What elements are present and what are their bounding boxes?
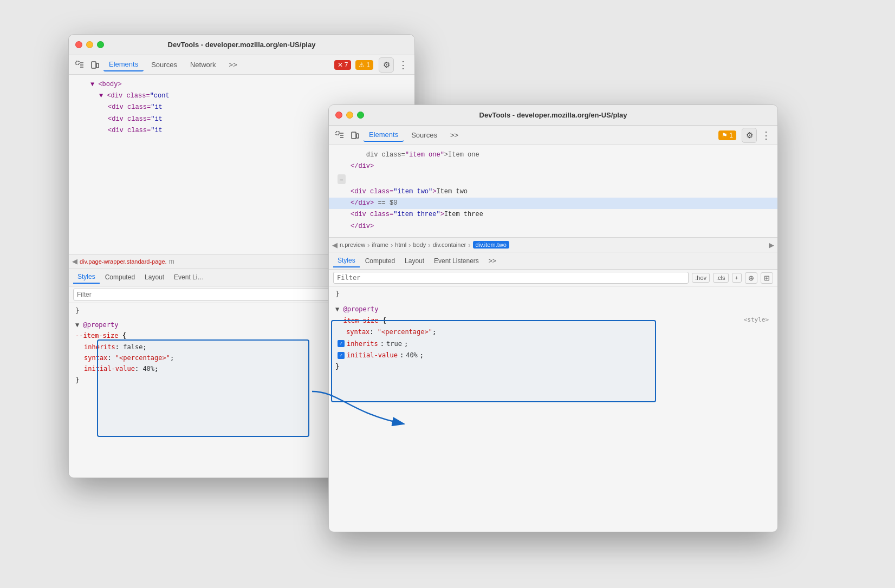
error-icon-back: ✕ [338, 61, 343, 69]
front-filter-row: :hov .cls + ⊕ ⊞ [329, 270, 777, 286]
breadcrumb-page-wrapper[interactable]: div.page-wrapper.standard-page. [80, 258, 167, 265]
inspector-icon[interactable] [73, 58, 86, 71]
warning-icon-front: ⚑ [722, 132, 728, 139]
front-css-item-size-open: --item-size { <style> [335, 315, 771, 326]
back-html-line-div-cont: ▼ <div class="cont [69, 90, 414, 102]
warning-badge-front: ⚑ 1 [718, 130, 736, 140]
tab-eventlis-back[interactable]: Event Li… [170, 271, 208, 283]
ellipsis-button-front[interactable]: … [338, 174, 346, 184]
breadcrumb-div-container[interactable]: div.container [433, 241, 466, 248]
toggle-style-button[interactable]: ⊞ [761, 272, 773, 284]
minimize-button-back[interactable] [86, 41, 93, 48]
close-button-back[interactable] [75, 41, 82, 48]
front-html-ellipsis: … [329, 172, 777, 186]
warning-badge-back: ⚠ 1 [355, 60, 373, 70]
breadcrumb-right-arrow-front[interactable]: ▶ [769, 241, 774, 249]
svg-rect-0 [76, 61, 79, 64]
tab-computed-back[interactable]: Computed [101, 271, 139, 283]
maximize-button-back[interactable] [97, 41, 104, 48]
front-html-line4-highlighted: </div> == $0 [329, 198, 777, 209]
front-window-title: DevTools - developer.mozilla.org/en-US/p… [479, 111, 627, 119]
tab-computed-front[interactable]: Computed [361, 255, 399, 267]
svg-rect-5 [356, 134, 359, 138]
front-html-line3: <div class="item two">Item two [329, 186, 777, 198]
device-icon[interactable] [88, 58, 101, 71]
tab-styles-back[interactable]: Styles [73, 271, 100, 284]
tab-elements-back[interactable]: Elements [103, 58, 144, 71]
tab-more-styles-front[interactable]: >> [484, 255, 501, 267]
error-badge-back: ✕ 7 [334, 60, 352, 70]
breadcrumb-html[interactable]: html [395, 241, 406, 248]
front-styles-content: } ▼ @property --item-size { <style> synt… [329, 286, 777, 532]
front-toolbar: Elements Sources >> ⚑ 1 ⚙ ⋮ [329, 126, 777, 145]
traffic-lights-front [335, 112, 364, 119]
more-button-back[interactable]: ⋮ [396, 59, 410, 71]
front-devtools-window: DevTools - developer.mozilla.org/en-US/p… [328, 104, 778, 532]
tab-elements-front[interactable]: Elements [364, 128, 404, 142]
back-titlebar: DevTools - developer.mozilla.org/en-US/p… [69, 35, 414, 55]
front-html-line5: <div class="item three">Item three [329, 209, 777, 220]
svg-rect-2 [96, 63, 99, 68]
cls-button[interactable]: .cls [713, 273, 729, 283]
tab-styles-front[interactable]: Styles [333, 254, 360, 267]
breadcrumb-iframe[interactable]: iframe [372, 241, 388, 248]
svg-rect-3 [336, 132, 339, 135]
front-css-syntax-line: syntax: "<percentage>"; [335, 326, 771, 337]
front-panel-body: div class="item one">Item one </div> … <… [329, 145, 777, 532]
inspector-icon-front[interactable] [333, 129, 346, 142]
back-html-line-body: ▼ <body> [69, 79, 414, 90]
front-styles-tabs: Styles Computed Layout Event Listeners >… [329, 252, 777, 270]
front-css-close-brace: } [335, 361, 771, 372]
inherits-checkbox[interactable]: ✓ [338, 340, 345, 347]
front-css-inherits-line: ✓ inherits: true; [335, 338, 771, 349]
tab-sources-back[interactable]: Sources [146, 58, 183, 71]
back-toolbar: Elements Sources Network >> ✕ 7 ⚠ 1 ⚙ ⋮ [69, 55, 414, 75]
front-titlebar: DevTools - developer.mozilla.org/en-US/p… [329, 105, 777, 126]
breadcrumb-ellipsis: m [169, 258, 174, 265]
front-html-line1: div class="item one">Item one [329, 149, 777, 161]
add-style-button[interactable]: + [732, 273, 742, 283]
front-elements-panel: div class="item one">Item one </div> … <… [329, 145, 777, 237]
tab-sources-front[interactable]: Sources [406, 129, 443, 141]
close-button-front[interactable] [335, 112, 342, 119]
svg-rect-1 [92, 62, 96, 68]
front-filter-input[interactable] [333, 272, 689, 284]
front-html-line6: </div> [329, 221, 777, 232]
settings-button-back[interactable]: ⚙ [379, 57, 394, 73]
maximize-button-front[interactable] [357, 112, 364, 119]
tab-more-front[interactable]: >> [445, 129, 464, 141]
settings-button-front[interactable]: ⚙ [742, 128, 757, 143]
traffic-lights-back [75, 41, 104, 48]
front-css-initial-value-line: ✓ initial-value: 40%; [335, 350, 771, 361]
front-at-property-header: ▼ @property [335, 304, 771, 315]
back-window-title: DevTools - developer.mozilla.org/en-US/p… [168, 41, 316, 49]
warning-icon-back: ⚠ [359, 61, 365, 69]
breadcrumb-div-item-two[interactable]: div.item.two [473, 241, 509, 249]
breadcrumb-left-arrow-front[interactable]: ◀ [332, 241, 338, 249]
tab-layout-front[interactable]: Layout [400, 255, 429, 267]
copy-style-button[interactable]: ⊕ [745, 272, 757, 284]
hov-button[interactable]: :hov [692, 273, 710, 283]
breadcrumb-body[interactable]: body [413, 241, 426, 248]
breadcrumb-left-arrow-back[interactable]: ◀ [72, 257, 77, 265]
tab-eventlisteners-front[interactable]: Event Listeners [430, 255, 483, 267]
minimize-button-front[interactable] [346, 112, 353, 119]
device-icon-front[interactable] [348, 129, 361, 142]
initial-value-checkbox[interactable]: ✓ [338, 352, 345, 359]
tab-network-back[interactable]: Network [185, 58, 222, 71]
front-html-line2: </div> [329, 161, 777, 172]
tab-more-back[interactable]: >> [224, 58, 243, 71]
svg-rect-4 [352, 132, 356, 139]
breadcrumb-n-preview[interactable]: n.preview [340, 241, 365, 248]
more-button-front[interactable]: ⋮ [759, 129, 773, 141]
front-css-preceding: } [335, 289, 771, 299]
tab-layout-back[interactable]: Layout [140, 271, 168, 283]
front-breadcrumb: ◀ n.preview › iframe › html › body › div… [329, 237, 777, 252]
